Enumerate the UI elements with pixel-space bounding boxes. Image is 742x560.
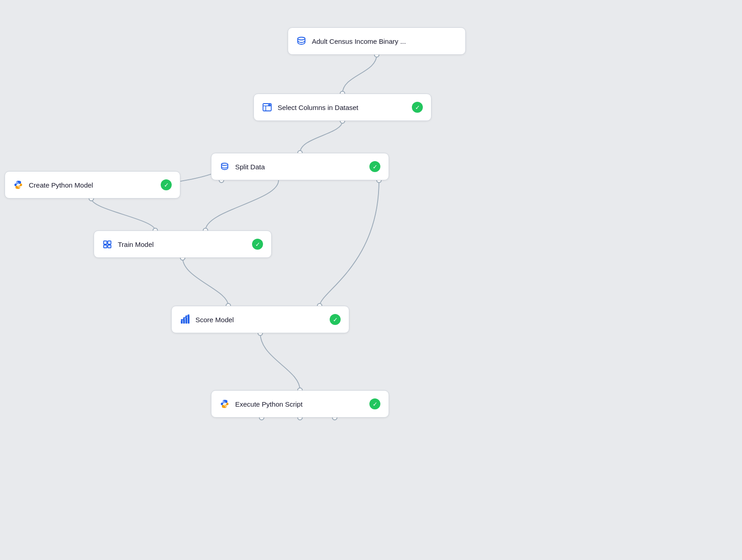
score-model-status: ✓ — [330, 314, 341, 325]
svg-rect-26 — [108, 245, 111, 248]
create-python-node[interactable]: Create Python Model ✓ — [5, 171, 180, 199]
svg-point-21 — [19, 187, 20, 188]
score-model-node[interactable]: Score Model ✓ — [171, 306, 349, 333]
select-columns-label: Select Columns in Dataset — [278, 104, 406, 111]
create-python-status: ✓ — [161, 179, 172, 190]
svg-rect-28 — [183, 319, 185, 324]
svg-rect-24 — [108, 241, 111, 244]
train-model-node[interactable]: Train Model ✓ — [94, 230, 272, 258]
create-python-label: Create Python Model — [29, 181, 155, 189]
svg-rect-23 — [104, 241, 107, 244]
train-model-label: Train Model — [118, 241, 247, 248]
adult-census-node[interactable]: Adult Census Income Binary ... — [288, 27, 466, 55]
svg-point-35 — [223, 401, 224, 402]
svg-rect-29 — [185, 317, 187, 324]
execute-python-status: ✓ — [369, 398, 380, 409]
score-icon — [180, 314, 190, 324]
svg-rect-30 — [188, 315, 189, 324]
svg-point-36 — [225, 406, 226, 407]
split-icon — [220, 162, 230, 172]
execute-python-label: Execute Python Script — [235, 400, 364, 408]
split-data-node[interactable]: Split Data ✓ — [211, 153, 389, 180]
select-columns-node[interactable]: Select Columns in Dataset ✓ — [253, 94, 432, 121]
train-model-status: ✓ — [252, 239, 263, 250]
svg-point-20 — [17, 182, 18, 183]
train-icon — [102, 239, 112, 249]
adult-census-label: Adult Census Income Binary ... — [312, 37, 457, 45]
workflow-canvas: Adult Census Income Binary ... Select Co… — [0, 0, 742, 560]
execute-python-node[interactable]: Execute Python Script ✓ — [211, 390, 389, 418]
database-icon — [296, 36, 306, 46]
python-icon — [13, 180, 23, 190]
split-data-label: Split Data — [235, 163, 364, 171]
svg-rect-25 — [104, 245, 107, 248]
split-data-status: ✓ — [369, 161, 380, 172]
connections-svg — [0, 0, 742, 560]
score-model-label: Score Model — [195, 316, 324, 324]
execute-python-icon — [220, 399, 230, 409]
select-columns-status: ✓ — [412, 102, 423, 113]
svg-point-17 — [298, 37, 305, 40]
table-settings-icon — [262, 102, 272, 112]
svg-point-22 — [221, 163, 228, 166]
